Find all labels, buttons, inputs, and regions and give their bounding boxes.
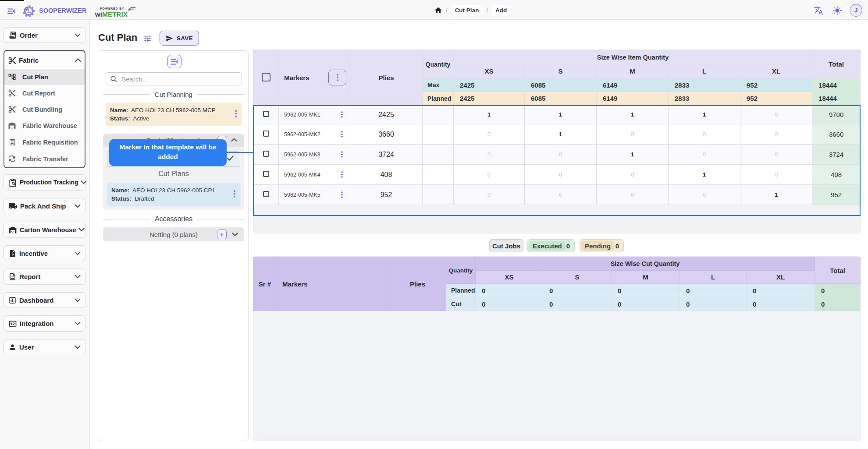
svg-text:4.0: 4.0 bbox=[27, 11, 31, 14]
